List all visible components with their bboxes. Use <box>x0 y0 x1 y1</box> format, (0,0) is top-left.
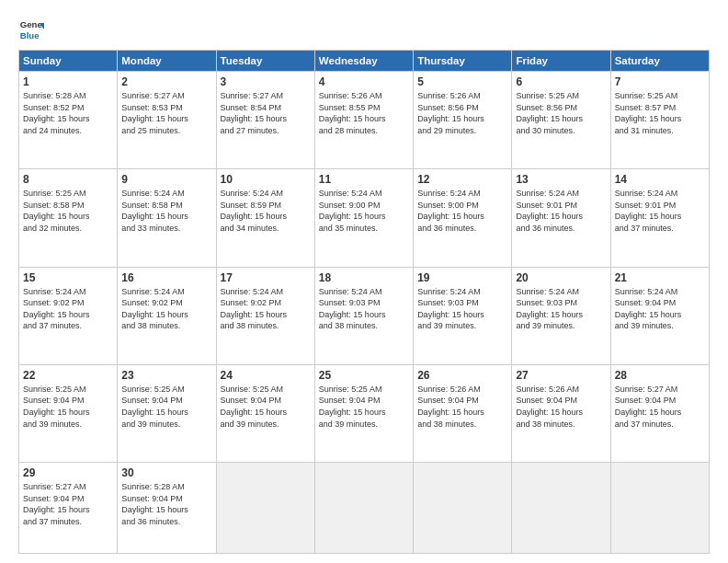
day-cell-14: 14Sunrise: 5:24 AMSunset: 9:01 PMDayligh… <box>610 169 709 267</box>
weekday-header-row: SundayMondayTuesdayWednesdayThursdayFrid… <box>19 51 710 72</box>
day-info: Sunrise: 5:26 AMSunset: 8:55 PMDaylight:… <box>319 90 409 136</box>
header-row: General Blue <box>18 17 710 42</box>
day-cell-9: 9Sunrise: 5:24 AMSunset: 8:58 PMDaylight… <box>118 169 216 267</box>
empty-cell <box>414 463 512 554</box>
day-info: Sunrise: 5:27 AMSunset: 9:04 PMDaylight:… <box>615 384 705 430</box>
day-info: Sunrise: 5:27 AMSunset: 8:53 PMDaylight:… <box>121 90 211 136</box>
day-number: 15 <box>23 271 113 284</box>
day-info: Sunrise: 5:25 AMSunset: 9:04 PMDaylight:… <box>23 384 113 430</box>
day-number: 11 <box>319 173 409 186</box>
day-number: 3 <box>221 75 311 88</box>
day-number: 6 <box>516 75 606 88</box>
day-info: Sunrise: 5:24 AMSunset: 9:00 PMDaylight:… <box>417 188 507 234</box>
empty-cell <box>314 463 413 554</box>
day-info: Sunrise: 5:24 AMSunset: 9:03 PMDaylight:… <box>417 286 507 332</box>
day-number: 21 <box>615 271 705 284</box>
logo-icon: General Blue <box>18 17 44 42</box>
day-info: Sunrise: 5:26 AMSunset: 9:04 PMDaylight:… <box>516 384 606 430</box>
day-cell-1: 1Sunrise: 5:28 AMSunset: 8:52 PMDaylight… <box>19 72 118 169</box>
day-cell-28: 28Sunrise: 5:27 AMSunset: 9:04 PMDayligh… <box>610 364 709 462</box>
calendar-week-1: 1Sunrise: 5:28 AMSunset: 8:52 PMDaylight… <box>19 72 710 169</box>
day-info: Sunrise: 5:28 AMSunset: 9:04 PMDaylight:… <box>121 481 211 527</box>
day-info: Sunrise: 5:24 AMSunset: 8:58 PMDaylight:… <box>121 188 211 234</box>
day-cell-17: 17Sunrise: 5:24 AMSunset: 9:02 PMDayligh… <box>216 267 314 364</box>
day-cell-8: 8Sunrise: 5:25 AMSunset: 8:58 PMDaylight… <box>19 169 118 267</box>
day-number: 1 <box>23 75 113 88</box>
day-cell-19: 19Sunrise: 5:24 AMSunset: 9:03 PMDayligh… <box>414 267 512 364</box>
day-cell-12: 12Sunrise: 5:24 AMSunset: 9:00 PMDayligh… <box>414 169 512 267</box>
day-cell-13: 13Sunrise: 5:24 AMSunset: 9:01 PMDayligh… <box>512 169 610 267</box>
day-info: Sunrise: 5:26 AMSunset: 9:04 PMDaylight:… <box>417 384 507 430</box>
weekday-header-monday: Monday <box>118 51 216 72</box>
day-info: Sunrise: 5:24 AMSunset: 9:03 PMDaylight:… <box>319 286 409 332</box>
logo: General Blue <box>18 17 44 42</box>
day-cell-29: 29Sunrise: 5:27 AMSunset: 9:04 PMDayligh… <box>19 463 118 554</box>
calendar-week-2: 8Sunrise: 5:25 AMSunset: 8:58 PMDaylight… <box>19 169 710 267</box>
day-info: Sunrise: 5:24 AMSunset: 9:02 PMDaylight:… <box>23 286 113 332</box>
day-number: 18 <box>319 271 409 284</box>
day-cell-11: 11Sunrise: 5:24 AMSunset: 9:00 PMDayligh… <box>314 169 413 267</box>
day-number: 23 <box>121 369 211 382</box>
day-cell-6: 6Sunrise: 5:25 AMSunset: 8:56 PMDaylight… <box>512 72 610 169</box>
day-info: Sunrise: 5:24 AMSunset: 9:02 PMDaylight:… <box>221 286 311 332</box>
day-info: Sunrise: 5:24 AMSunset: 9:02 PMDaylight:… <box>121 286 211 332</box>
day-cell-7: 7Sunrise: 5:25 AMSunset: 8:57 PMDaylight… <box>610 72 709 169</box>
day-info: Sunrise: 5:27 AMSunset: 8:54 PMDaylight:… <box>221 90 311 136</box>
day-cell-18: 18Sunrise: 5:24 AMSunset: 9:03 PMDayligh… <box>314 267 413 364</box>
day-info: Sunrise: 5:25 AMSunset: 9:04 PMDaylight:… <box>221 384 311 430</box>
day-number: 2 <box>121 75 211 88</box>
day-info: Sunrise: 5:24 AMSunset: 8:59 PMDaylight:… <box>221 188 311 234</box>
day-number: 20 <box>516 271 606 284</box>
day-cell-15: 15Sunrise: 5:24 AMSunset: 9:02 PMDayligh… <box>19 267 118 364</box>
day-cell-30: 30Sunrise: 5:28 AMSunset: 9:04 PMDayligh… <box>118 463 216 554</box>
day-number: 28 <box>615 369 705 382</box>
day-cell-20: 20Sunrise: 5:24 AMSunset: 9:03 PMDayligh… <box>512 267 610 364</box>
day-cell-24: 24Sunrise: 5:25 AMSunset: 9:04 PMDayligh… <box>216 364 314 462</box>
calendar-table: SundayMondayTuesdayWednesdayThursdayFrid… <box>18 50 710 554</box>
day-number: 26 <box>417 369 507 382</box>
empty-cell <box>512 463 610 554</box>
day-cell-10: 10Sunrise: 5:24 AMSunset: 8:59 PMDayligh… <box>216 169 314 267</box>
day-cell-5: 5Sunrise: 5:26 AMSunset: 8:56 PMDaylight… <box>414 72 512 169</box>
empty-cell <box>610 463 709 554</box>
weekday-header-thursday: Thursday <box>414 51 512 72</box>
day-info: Sunrise: 5:25 AMSunset: 8:58 PMDaylight:… <box>23 188 113 234</box>
day-info: Sunrise: 5:27 AMSunset: 9:04 PMDaylight:… <box>23 481 113 527</box>
day-number: 5 <box>417 75 507 88</box>
day-info: Sunrise: 5:24 AMSunset: 9:00 PMDaylight:… <box>319 188 409 234</box>
weekday-header-wednesday: Wednesday <box>314 51 413 72</box>
weekday-header-sunday: Sunday <box>19 51 118 72</box>
weekday-header-tuesday: Tuesday <box>216 51 314 72</box>
day-cell-27: 27Sunrise: 5:26 AMSunset: 9:04 PMDayligh… <box>512 364 610 462</box>
day-cell-2: 2Sunrise: 5:27 AMSunset: 8:53 PMDaylight… <box>118 72 216 169</box>
day-info: Sunrise: 5:24 AMSunset: 9:03 PMDaylight:… <box>516 286 606 332</box>
day-number: 16 <box>121 271 211 284</box>
day-number: 27 <box>516 369 606 382</box>
day-cell-3: 3Sunrise: 5:27 AMSunset: 8:54 PMDaylight… <box>216 72 314 169</box>
day-number: 10 <box>221 173 311 186</box>
day-info: Sunrise: 5:24 AMSunset: 9:01 PMDaylight:… <box>516 188 606 234</box>
calendar-week-5: 29Sunrise: 5:27 AMSunset: 9:04 PMDayligh… <box>19 463 710 554</box>
weekday-header-saturday: Saturday <box>610 51 709 72</box>
day-cell-23: 23Sunrise: 5:25 AMSunset: 9:04 PMDayligh… <box>118 364 216 462</box>
calendar-week-3: 15Sunrise: 5:24 AMSunset: 9:02 PMDayligh… <box>19 267 710 364</box>
day-cell-21: 21Sunrise: 5:24 AMSunset: 9:04 PMDayligh… <box>610 267 709 364</box>
day-cell-26: 26Sunrise: 5:26 AMSunset: 9:04 PMDayligh… <box>414 364 512 462</box>
day-info: Sunrise: 5:24 AMSunset: 9:04 PMDaylight:… <box>615 286 705 332</box>
page: General Blue SundayMondayTuesdayWednesda… <box>0 0 728 563</box>
day-number: 9 <box>121 173 211 186</box>
day-info: Sunrise: 5:25 AMSunset: 9:04 PMDaylight:… <box>121 384 211 430</box>
day-number: 17 <box>221 271 311 284</box>
day-info: Sunrise: 5:25 AMSunset: 8:57 PMDaylight:… <box>615 90 705 136</box>
day-number: 7 <box>615 75 705 88</box>
day-number: 30 <box>121 466 211 479</box>
day-number: 14 <box>615 173 705 186</box>
day-number: 24 <box>221 369 311 382</box>
day-number: 25 <box>319 369 409 382</box>
svg-text:Blue: Blue <box>20 30 40 40</box>
day-cell-25: 25Sunrise: 5:25 AMSunset: 9:04 PMDayligh… <box>314 364 413 462</box>
day-cell-22: 22Sunrise: 5:25 AMSunset: 9:04 PMDayligh… <box>19 364 118 462</box>
day-info: Sunrise: 5:26 AMSunset: 8:56 PMDaylight:… <box>417 90 507 136</box>
day-number: 19 <box>417 271 507 284</box>
day-number: 29 <box>23 466 113 479</box>
